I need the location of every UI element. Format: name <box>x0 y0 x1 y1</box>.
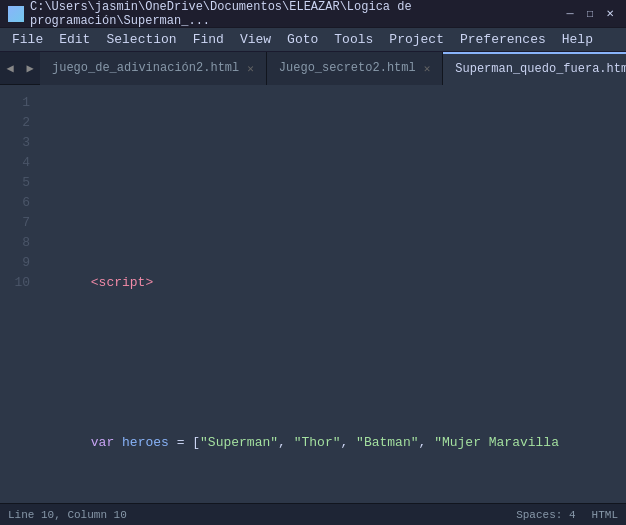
tab-nav-prev[interactable]: ◀ <box>0 52 20 85</box>
line-num-2: 2 <box>0 113 30 133</box>
title-text: C:\Users\jasmin\OneDrive\Documentos\ELEA… <box>30 0 562 28</box>
code-line-3: <script> <box>44 253 626 313</box>
line-num-1: 1 <box>0 93 30 113</box>
status-right: Spaces: 4 HTML <box>516 509 618 521</box>
code-line-4 <box>44 353 626 373</box>
status-left: Line 10, Column 10 <box>8 509 127 521</box>
menu-preferences[interactable]: Preferences <box>452 30 554 49</box>
window-controls: ─ □ ✕ <box>562 6 618 22</box>
code-line-2 <box>44 193 626 213</box>
line-num-7: 7 <box>0 213 30 233</box>
tab-close-2[interactable]: ✕ <box>422 62 433 75</box>
title-bar: C:\Users\jasmin\OneDrive\Documentos\ELEA… <box>0 0 626 28</box>
menu-selection[interactable]: Selection <box>98 30 184 49</box>
tab-nav-next[interactable]: ▶ <box>20 52 40 85</box>
code-line-1 <box>44 133 626 153</box>
app-icon <box>8 6 24 22</box>
line-num-9: 9 <box>0 253 30 273</box>
menu-file[interactable]: File <box>4 30 51 49</box>
line-num-6: 6 <box>0 193 30 213</box>
spaces-indicator: Spaces: 4 <box>516 509 575 521</box>
line-num-3: 3 <box>0 133 30 153</box>
minimize-button[interactable]: ─ <box>562 6 578 22</box>
tab-juego-adivinacion[interactable]: juego_de_adivinación2.html ✕ <box>40 52 267 85</box>
line-num-5: 5 <box>0 173 30 193</box>
code-line-5: var heroes = ["Superman", "Thor", "Batma… <box>44 413 626 473</box>
tab-label: Superman_quedo_fuera.html <box>455 62 626 76</box>
line-num-4: 4 <box>0 153 30 173</box>
code-editor[interactable]: <script> var heroes = ["Superman", "Thor… <box>36 85 626 503</box>
tab-superman[interactable]: Superman_quedo_fuera.html ✕ <box>443 52 626 85</box>
tab-juego-secreto[interactable]: Juego_secreto2.html ✕ <box>267 52 443 85</box>
menu-project[interactable]: Project <box>381 30 452 49</box>
menu-find[interactable]: Find <box>185 30 232 49</box>
menu-bar: File Edit Selection Find View Goto Tools… <box>0 28 626 52</box>
close-button[interactable]: ✕ <box>602 6 618 22</box>
menu-tools[interactable]: Tools <box>326 30 381 49</box>
menu-goto[interactable]: Goto <box>279 30 326 49</box>
editor-container: 1 2 3 4 5 6 7 8 9 10 <script> var heroes… <box>0 85 626 503</box>
line-num-8: 8 <box>0 233 30 253</box>
status-bar: Line 10, Column 10 Spaces: 4 HTML <box>0 503 626 525</box>
cursor-position: Line 10, Column 10 <box>8 509 127 521</box>
menu-help[interactable]: Help <box>554 30 601 49</box>
tab-label: juego_de_adivinación2.html <box>52 61 239 75</box>
maximize-button[interactable]: □ <box>582 6 598 22</box>
menu-edit[interactable]: Edit <box>51 30 98 49</box>
menu-view[interactable]: View <box>232 30 279 49</box>
file-type: HTML <box>592 509 618 521</box>
line-numbers: 1 2 3 4 5 6 7 8 9 10 <box>0 85 36 503</box>
tab-close-1[interactable]: ✕ <box>245 62 256 75</box>
tab-label: Juego_secreto2.html <box>279 61 416 75</box>
line-num-10: 10 <box>0 273 30 293</box>
tab-bar: ◀ ▶ juego_de_adivinación2.html ✕ Juego_s… <box>0 52 626 85</box>
